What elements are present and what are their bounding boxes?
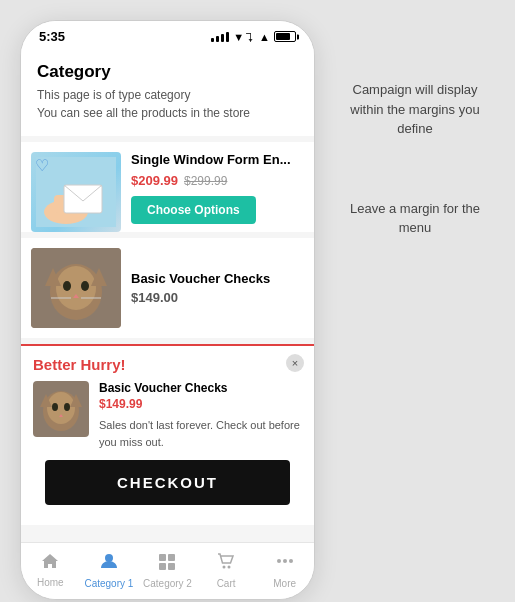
svg-rect-25 (159, 554, 166, 561)
cat1-icon (99, 551, 119, 576)
svg-point-22 (64, 403, 70, 411)
checkout-button[interactable]: CHECKOUT (45, 460, 290, 505)
product-row-2: Basic Voucher Checks $149.00 (21, 238, 314, 338)
nav-item-cat1[interactable]: Category 1 (80, 551, 139, 589)
home-icon (40, 552, 60, 575)
signal-icon (211, 32, 229, 42)
campaign-title: Better Hurry! (33, 356, 302, 373)
nav-label-cat2: Category 2 (143, 578, 192, 589)
campaign-popup: Better Hurry! × (21, 344, 314, 525)
campaign-body: Basic Voucher Checks $149.99 Sales don't… (33, 381, 302, 450)
svg-point-33 (289, 559, 293, 563)
status-icons: ▼⮧ ▲ (211, 31, 296, 43)
category-desc2: You can see all the products in the stor… (37, 104, 298, 122)
wishlist-icon[interactable]: ♡ (35, 156, 49, 175)
svg-point-24 (105, 554, 113, 562)
nav-item-home[interactable]: Home (21, 552, 80, 588)
more-icon (275, 551, 295, 576)
battery-icon (274, 31, 296, 42)
price-2: $149.00 (131, 290, 304, 305)
campaign-image (33, 381, 89, 441)
campaign-cat-image (33, 381, 89, 437)
product-name-2: Basic Voucher Checks (131, 271, 304, 286)
bottom-nav: Home Category 1 Category 2 Cart (21, 542, 314, 599)
product-image-2 (31, 248, 121, 328)
product-name-1: Single Window Form En... (131, 152, 304, 167)
svg-point-29 (223, 566, 226, 569)
product-card-1: ♡ Single Window Form En... $209.99 $299.… (21, 142, 314, 232)
nav-label-home: Home (37, 577, 64, 588)
campaign-desc: Sales don't last forever. Check out befo… (99, 417, 302, 450)
category-title: Category (37, 62, 298, 82)
svg-point-12 (81, 281, 89, 291)
cat-svg (31, 248, 121, 328)
svg-point-31 (277, 559, 281, 563)
status-bar: 5:35 ▼⮧ ▲ (21, 21, 314, 48)
product-card-2: Basic Voucher Checks $149.00 (21, 238, 314, 338)
choose-options-button[interactable]: Choose Options (131, 196, 256, 224)
svg-point-32 (283, 559, 287, 563)
campaign-text-block: Basic Voucher Checks $149.99 Sales don't… (99, 381, 302, 450)
product-row-1: ♡ Single Window Form En... $209.99 $299.… (21, 142, 314, 232)
cat2-icon (157, 551, 177, 576)
nav-item-cat2[interactable]: Category 2 (138, 551, 197, 589)
price-original-1: $299.99 (184, 174, 227, 188)
price-sale-1: $209.99 (131, 173, 178, 188)
campaign-close-button[interactable]: × (286, 354, 304, 372)
nav-label-more: More (273, 578, 296, 589)
cart-icon (216, 551, 236, 576)
product-image-wrap-1: ♡ (31, 152, 121, 232)
nav-item-more[interactable]: More (255, 551, 314, 589)
nav-label-cart: Cart (217, 578, 236, 589)
wifi-symbol: ▲ (259, 31, 270, 43)
price-row-1: $209.99 $299.99 (131, 173, 304, 188)
campaign-product-name: Basic Voucher Checks (99, 381, 302, 395)
svg-point-8 (56, 266, 96, 310)
product-info-1: Single Window Form En... $209.99 $299.99… (131, 152, 304, 232)
nav-item-cart[interactable]: Cart (197, 551, 256, 589)
svg-point-11 (63, 281, 71, 291)
category-header: Category This page is of type category Y… (21, 48, 314, 136)
svg-rect-28 (168, 563, 175, 570)
annotation-campaign: Campaign will display within the margins… (335, 80, 495, 139)
phone-frame: 5:35 ▼⮧ ▲ Category This page is (20, 20, 315, 600)
wifi-icon: ▼⮧ (233, 31, 255, 43)
svg-rect-26 (168, 554, 175, 561)
svg-rect-27 (159, 563, 166, 570)
svg-point-30 (228, 566, 231, 569)
category-desc1: This page is of type category (37, 86, 298, 104)
campaign-price: $149.99 (99, 397, 302, 411)
status-time: 5:35 (39, 29, 65, 44)
nav-label-cat1: Category 1 (84, 578, 133, 589)
svg-point-18 (47, 392, 75, 424)
annotation-menu: Leave a margin for the menu (335, 199, 495, 238)
product-info-2: Basic Voucher Checks $149.00 (131, 271, 304, 305)
annotations: Campaign will display within the margins… (315, 20, 495, 238)
svg-point-21 (52, 403, 58, 411)
scroll-content[interactable]: Category This page is of type category Y… (21, 48, 314, 542)
